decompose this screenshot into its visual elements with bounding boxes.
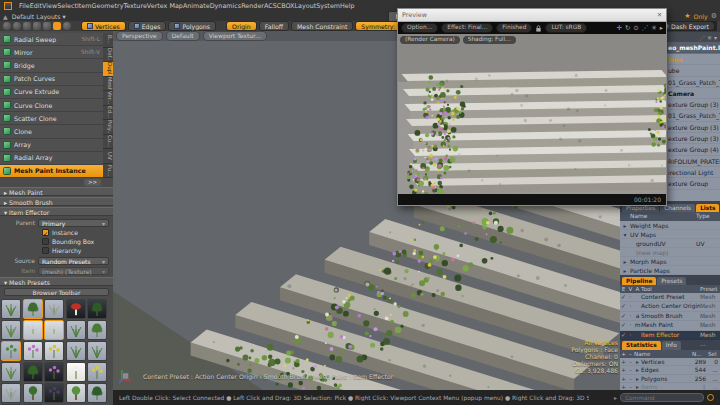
panel-tab[interactable]: Info [662, 341, 681, 350]
favorites-star-icon[interactable]: ★ [684, 12, 690, 20]
preview-icon[interactable]: ⊙ [633, 24, 638, 32]
mesh-preset-thumbnail[interactable] [87, 320, 107, 340]
toolbox-vertical-tab[interactable]: Ver... [103, 91, 113, 106]
mesh-preset-thumbnail[interactable] [1, 320, 21, 340]
checkbox-row[interactable]: Bounding Box [0, 237, 113, 246]
preview-lut-button[interactable]: LUT: sRGB [545, 23, 587, 33]
app-logo-icon[interactable] [4, 2, 12, 10]
tool-list-item[interactable]: Radial Array [0, 152, 103, 165]
mesh-preset-thumbnail[interactable] [66, 320, 86, 340]
mesh-preset-thumbnail[interactable] [23, 341, 43, 361]
tool-list-item[interactable]: Scatter Clone [0, 112, 103, 125]
tool-list-item[interactable]: Radial Sweep Shift-L [0, 33, 103, 46]
menu-item[interactable]: Geometry [92, 2, 124, 10]
mesh-preset-thumbnail[interactable] [1, 383, 21, 403]
tool-modifier-button[interactable]: Falloff [259, 21, 289, 31]
panel-header-icon[interactable]: ✳ [707, 34, 712, 41]
panel-tab[interactable]: Lists [696, 204, 719, 213]
tool-list-item[interactable]: Mirror Shift-V [0, 46, 103, 59]
checkbox[interactable] [42, 238, 49, 245]
lists-row[interactable]: ▸Weight Maps [620, 221, 720, 230]
pivot-icon[interactable] [63, 22, 71, 30]
toolbox-vertical-tab[interactable]: Def... [103, 48, 113, 63]
settings-gear-icon[interactable]: ⚙ [711, 12, 717, 20]
pipeline-row[interactable]: ✓·Action Center OriginMesh ... [620, 302, 720, 311]
mesh-preset-thumbnail[interactable] [66, 299, 86, 319]
component-mode-button[interactable]: Edges [128, 21, 167, 31]
mesh-preset-thumbnail[interactable] [66, 362, 86, 382]
parent-dropdown[interactable]: Primary▾ [38, 219, 109, 227]
viewport-header-button[interactable]: Perspective [116, 31, 163, 41]
toolbox-vertical-tab[interactable]: UV [103, 149, 113, 164]
menu-item[interactable]: Vertex Map [147, 2, 183, 10]
pipeline-row[interactable]: ✓·Content PresetMesh ... [620, 293, 720, 302]
pipeline-row[interactable]: ✓·aSmooth BrushMesh ... [620, 312, 720, 321]
mesh-preset-thumbnail[interactable] [1, 362, 21, 382]
mesh-preset-thumbnail[interactable] [1, 299, 21, 319]
shading-mode-button[interactable]: Shading: Full... [463, 36, 516, 44]
panel-header-icon[interactable]: ▾ [714, 34, 717, 41]
tool-list-item[interactable]: Curve Clone [0, 99, 103, 112]
toolbox-vertical-tab[interactable]: B... [103, 33, 113, 48]
tool-list-item[interactable]: Clone [0, 125, 103, 138]
lists-row[interactable]: (new map) [620, 248, 720, 257]
pan-icon[interactable] [13, 22, 21, 30]
tool-modifier-button[interactable]: Mesh Constraint [291, 21, 353, 31]
tool-modifier-button[interactable]: Origin [226, 21, 257, 31]
section-mesh-presets[interactable]: ▾ Mesh Presets [0, 277, 113, 286]
lock-icon[interactable] [535, 25, 542, 32]
preview-options-button[interactable]: Option... [401, 23, 438, 33]
toolbox-vertical-tab[interactable]: Cu... [103, 135, 113, 150]
preview-effect-button[interactable]: Effect: Final... [441, 23, 493, 33]
mesh-preset-thumbnail[interactable] [87, 341, 107, 361]
toolbox-vertical-tab[interactable]: Dupl... [103, 62, 113, 77]
mesh-preset-thumbnail[interactable] [23, 299, 43, 319]
toolbox-vertical-tab[interactable]: Fu... [103, 164, 113, 179]
preview-icon[interactable]: ⋰ [642, 24, 649, 32]
toolbox-vertical-tab[interactable]: Poly... [103, 120, 113, 135]
menu-item[interactable]: Edit [30, 2, 42, 10]
mesh-preset-thumbnail[interactable] [87, 383, 107, 403]
toolbox-vertical-tab[interactable]: Mesh... [103, 77, 113, 92]
preview-icon[interactable]: ↻ [625, 24, 630, 32]
menu-item[interactable]: Dynamics [210, 2, 242, 10]
mesh-preset-thumbnail[interactable] [1, 341, 21, 361]
tool-list-item[interactable]: Patch Curves [0, 73, 103, 86]
command-run-icon[interactable] [707, 394, 714, 401]
preview-window[interactable]: Preview ✕ Option... Effect: Final... Fin… [397, 8, 667, 206]
workplane-icon[interactable] [43, 22, 51, 30]
pipeline-row[interactable]: ✓·Item EffectorMesh ... [620, 331, 720, 340]
command-input[interactable] [620, 393, 704, 402]
menu-item[interactable]: ACS [264, 2, 277, 10]
checkbox[interactable]: ✓ [42, 229, 49, 236]
render-camera-button[interactable]: (Render Camera) [400, 36, 460, 44]
checkbox-row[interactable]: Hierarchy [0, 247, 113, 256]
menu-item[interactable]: Texture [123, 2, 146, 10]
lists-row[interactable]: ▾UV Maps [620, 230, 720, 239]
menu-item[interactable]: Help [340, 2, 355, 10]
layout-preset-dropdown[interactable]: Default Layouts ▾ [12, 13, 66, 20]
lists-row[interactable]: groundUVUV [620, 239, 720, 248]
mesh-preset-thumbnail[interactable] [66, 341, 86, 361]
mesh-preset-thumbnail[interactable] [23, 362, 43, 382]
more-tools-button[interactable]: >> [84, 179, 101, 186]
menu-item[interactable]: Layout [294, 2, 316, 10]
tool-list-item[interactable]: Mesh Paint Instance [0, 165, 103, 178]
mesh-preset-thumbnail[interactable] [23, 383, 43, 403]
mesh-preset-thumbnail[interactable] [87, 362, 107, 382]
mesh-preset-thumbnail[interactable] [23, 320, 43, 340]
tool-list-item[interactable]: Bridge [0, 59, 103, 72]
preview-status-button[interactable]: Finished [496, 23, 532, 33]
snap-icon[interactable] [23, 22, 31, 30]
preview-icon[interactable]: ▸ [660, 24, 663, 32]
lists-row[interactable]: ▸Particle Maps [620, 266, 720, 275]
lists-row[interactable]: ▸Morph Maps [620, 257, 720, 266]
checkbox[interactable] [42, 247, 49, 254]
statistics-row[interactable]: +-▸Vertices2890 [620, 358, 720, 367]
statistics-row[interactable]: +-▸Edges544... [620, 366, 720, 375]
only-toggle[interactable]: Only [694, 13, 708, 20]
pin-icon[interactable]: ▲ [3, 13, 8, 20]
viewport-header-button[interactable]: Default [166, 31, 200, 41]
mesh-preset-thumbnail[interactable] [44, 299, 64, 319]
browser-toolbar-button[interactable]: Browser Toolbar [4, 288, 109, 296]
